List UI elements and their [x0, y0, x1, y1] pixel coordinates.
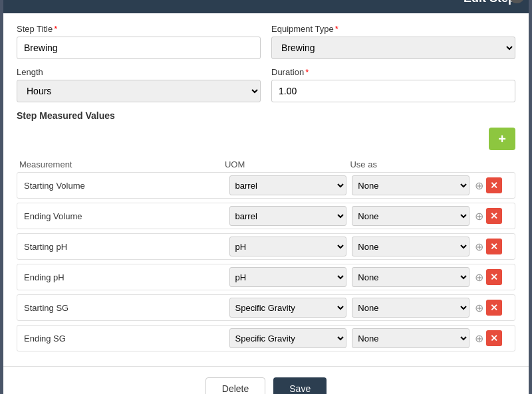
useas-cell: None [352, 237, 469, 256]
col-uom: UOM [225, 159, 345, 169]
uom-select[interactable]: Specific Gravity [229, 298, 347, 318]
uom-cell: Specific Gravity [229, 328, 347, 348]
row-actions: ⊕ ✕ [475, 300, 512, 316]
equipment-type-label: Equipment Type* [271, 24, 515, 34]
modal-dialog: X Edit Step Step Title* Equipment Type* … [3, 0, 529, 394]
uom-select[interactable]: Specific Gravity [229, 328, 347, 348]
add-measurement-button[interactable]: + [489, 128, 515, 150]
uom-cell: barrel [229, 175, 347, 195]
length-group: Length Hours Days Minutes [17, 67, 261, 102]
length-select[interactable]: Hours Days Minutes [17, 80, 261, 102]
uom-select[interactable]: barrel [229, 175, 347, 195]
modal-header: Edit Step [3, 0, 529, 13]
modal-body: Step Title* Equipment Type* Brewing Leng… [3, 13, 529, 366]
uom-select[interactable]: barrel [229, 206, 347, 226]
col-measurement: Measurement [19, 159, 219, 169]
plus-icon: + [498, 132, 506, 147]
equipment-type-select[interactable]: Brewing [271, 37, 515, 59]
duration-group: Duration* [271, 67, 515, 102]
drag-handle-icon[interactable]: ⊕ [475, 210, 483, 223]
drag-handle-icon[interactable]: ⊕ [475, 302, 483, 314]
drag-handle-icon[interactable]: ⊕ [475, 332, 483, 345]
row-actions: ⊕ ✕ [475, 239, 512, 254]
uom-cell: pH [229, 237, 347, 256]
delete-row-button[interactable]: ✕ [486, 300, 502, 316]
step-title-group: Step Title* [17, 24, 261, 59]
table-row: Starting SG Specific Gravity None ⊕ ✕ [17, 294, 515, 321]
measurement-cell: Ending Volume [20, 209, 224, 224]
useas-cell: None [352, 328, 469, 348]
useas-cell: None [352, 298, 469, 318]
table-header: Measurement UOM Use as [17, 159, 515, 169]
length-label: Length [17, 67, 261, 77]
uom-select[interactable]: pH [229, 267, 347, 287]
length-row: Length Hours Days Minutes Duration* [17, 67, 515, 102]
duration-input[interactable] [271, 80, 515, 102]
table-row: Ending pH pH None ⊕ ✕ [17, 264, 515, 290]
required-star-equipment: * [335, 24, 338, 34]
useas-select[interactable]: None [352, 237, 469, 256]
uom-cell: Specific Gravity [229, 298, 347, 318]
measurement-cell: Starting pH [20, 239, 224, 254]
drag-handle-icon[interactable]: ⊕ [475, 241, 483, 253]
step-title-input[interactable] [17, 37, 261, 59]
required-star-duration: * [305, 67, 309, 77]
col-actions [475, 159, 513, 169]
delete-button[interactable]: Delete [205, 377, 265, 394]
delete-row-button[interactable]: ✕ [486, 177, 502, 193]
col-useas: Use as [350, 159, 470, 169]
drag-handle-icon[interactable]: ⊕ [475, 271, 483, 284]
delete-row-button[interactable]: ✕ [486, 269, 502, 285]
required-star: * [54, 24, 57, 34]
measurements-table: Starting Volume barrel None ⊕ ✕ Ending V… [17, 172, 515, 351]
close-icon: X [514, 0, 520, 1]
delete-row-button[interactable]: ✕ [486, 239, 502, 254]
measurement-cell: Starting SG [20, 300, 224, 316]
modal-title: Edit Step [464, 0, 515, 5]
row-actions: ⊕ ✕ [475, 269, 512, 285]
step-title-row: Step Title* Equipment Type* Brewing [17, 24, 515, 59]
measurement-cell: Ending pH [20, 270, 224, 285]
add-button-container: + [17, 128, 515, 155]
row-actions: ⊕ ✕ [475, 330, 512, 346]
delete-row-button[interactable]: ✕ [486, 330, 502, 346]
useas-cell: None [352, 267, 469, 287]
save-button[interactable]: Save [273, 377, 327, 394]
modal-footer: Delete Save [3, 366, 529, 394]
row-actions: ⊕ ✕ [475, 177, 512, 193]
section-title: Step Measured Values [17, 110, 515, 121]
uom-cell: barrel [229, 206, 347, 226]
useas-select[interactable]: None [352, 267, 469, 287]
equipment-type-group: Equipment Type* Brewing [271, 24, 515, 59]
useas-select[interactable]: None [352, 298, 469, 318]
table-row: Starting Volume barrel None ⊕ ✕ [17, 172, 515, 199]
duration-label: Duration* [271, 67, 515, 77]
useas-select[interactable]: None [352, 206, 469, 226]
table-row: Ending Volume barrel None ⊕ ✕ [17, 203, 515, 229]
row-actions: ⊕ ✕ [475, 208, 512, 224]
table-row: Ending SG Specific Gravity None ⊕ ✕ [17, 325, 515, 351]
drag-handle-icon[interactable]: ⊕ [475, 179, 483, 192]
useas-select[interactable]: None [352, 175, 469, 195]
uom-select[interactable]: pH [229, 237, 347, 256]
uom-cell: pH [229, 267, 347, 287]
useas-cell: None [352, 175, 469, 195]
delete-row-button[interactable]: ✕ [486, 208, 502, 224]
useas-select[interactable]: None [352, 328, 469, 348]
measurement-cell: Ending SG [20, 331, 224, 346]
useas-cell: None [352, 206, 469, 226]
step-title-label: Step Title* [17, 24, 261, 34]
measurement-cell: Starting Volume [20, 178, 224, 193]
table-row: Starting pH pH None ⊕ ✕ [17, 233, 515, 260]
